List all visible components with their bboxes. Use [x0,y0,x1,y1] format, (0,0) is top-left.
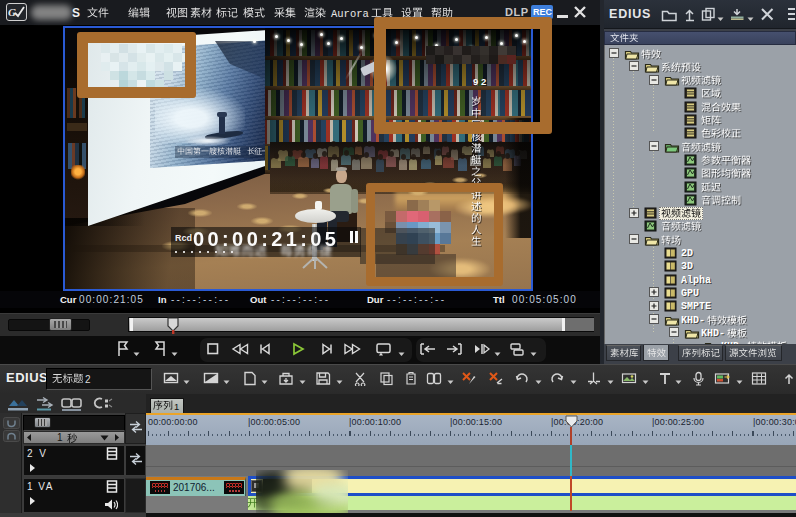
svg-text:G: G [8,6,16,18]
